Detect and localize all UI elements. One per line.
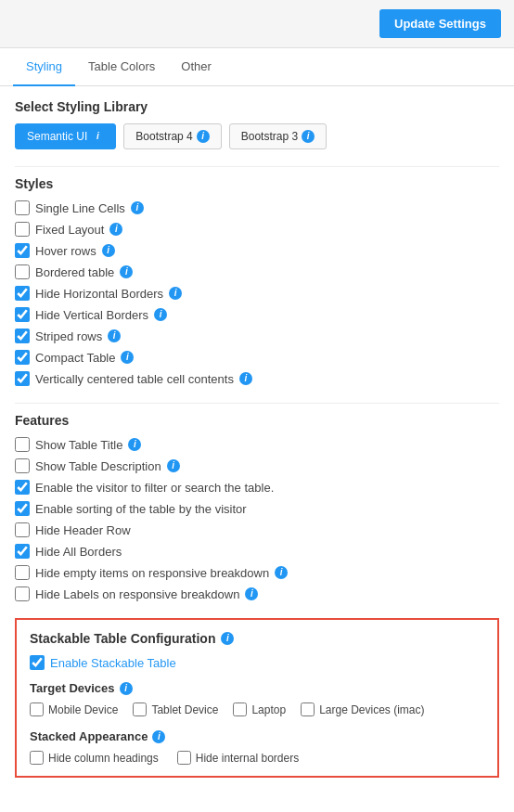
checkbox-hide-vertical-borders: Hide Vertical Borders i	[15, 307, 499, 322]
tabs-bar: Styling Table Colors Other	[0, 48, 514, 86]
single-line-cells-checkbox[interactable]	[15, 200, 30, 215]
semantic-ui-info-icon[interactable]: i	[91, 130, 104, 143]
bootstrap4-info-icon[interactable]: i	[197, 130, 210, 143]
hide-all-borders-checkbox[interactable]	[15, 544, 30, 559]
bootstrap3-info-icon[interactable]: i	[302, 130, 315, 143]
show-table-description-label: Show Table Description	[35, 459, 161, 473]
enable-stackable-checkbox[interactable]	[30, 655, 45, 670]
tablet-device-checkbox[interactable]	[133, 702, 147, 716]
hover-rows-label: Hover rows	[35, 244, 96, 258]
appearance-hide-column-headings: Hide column headings	[30, 751, 159, 765]
library-row: Semantic UI i Bootstrap 4 i Bootstrap 3 …	[15, 123, 499, 149]
checkbox-enable-sorting: Enable sorting of the table by the visit…	[15, 501, 499, 516]
show-table-description-info[interactable]: i	[167, 459, 180, 472]
tab-styling[interactable]: Styling	[13, 48, 75, 86]
lib-btn-semantic-ui[interactable]: Semantic UI i	[15, 123, 116, 149]
library-section-title: Select Styling Library	[15, 99, 499, 114]
device-row: Mobile Device Tablet Device Laptop Large…	[30, 702, 484, 716]
enable-filter-checkbox[interactable]	[15, 480, 30, 495]
vertically-centered-info[interactable]: i	[239, 372, 252, 385]
hide-column-headings-checkbox[interactable]	[30, 751, 44, 765]
bordered-table-info[interactable]: i	[120, 265, 133, 278]
hide-horizontal-borders-checkbox[interactable]	[15, 286, 30, 301]
compact-table-info[interactable]: i	[121, 351, 134, 364]
appearance-hide-internal-borders: Hide internal borders	[177, 751, 299, 765]
enable-stackable-row: Enable Stackable Table	[30, 655, 484, 670]
checkbox-hide-empty-items: Hide empty items on responsive breakdown…	[15, 565, 499, 580]
target-devices-title: Target Devices i	[30, 681, 484, 695]
hide-empty-items-info[interactable]: i	[275, 566, 288, 579]
device-large: Large Devices (imac)	[301, 702, 424, 716]
checkbox-show-table-title: Show Table Title i	[15, 437, 499, 452]
tab-other[interactable]: Other	[168, 48, 225, 86]
show-table-title-checkbox[interactable]	[15, 437, 30, 452]
stacked-appearance-info-icon[interactable]: i	[152, 730, 165, 743]
enable-sorting-checkbox[interactable]	[15, 501, 30, 516]
update-settings-button[interactable]: Update Settings	[379, 9, 501, 38]
features-section: Features Show Table Title i Show Table D…	[15, 413, 499, 601]
hide-labels-label: Hide Labels on responsive breakdown	[35, 587, 239, 601]
main-content: Select Styling Library Semantic UI i Boo…	[0, 86, 514, 791]
hide-header-row-label: Hide Header Row	[35, 523, 131, 537]
lib-btn-bootstrap4[interactable]: Bootstrap 4 i	[123, 123, 221, 149]
single-line-cells-label: Single Line Cells	[35, 201, 125, 215]
checkbox-hide-header-row: Hide Header Row	[15, 522, 499, 537]
hide-header-row-checkbox[interactable]	[15, 522, 30, 537]
appearance-row: Hide column headings Hide internal borde…	[30, 751, 484, 765]
checkbox-single-line-cells: Single Line Cells i	[15, 200, 499, 215]
hide-internal-borders-checkbox[interactable]	[177, 751, 191, 765]
hide-column-headings-label: Hide column headings	[48, 752, 159, 765]
fixed-layout-label: Fixed Layout	[35, 223, 104, 237]
top-bar: Update Settings	[0, 0, 514, 48]
hover-rows-info[interactable]: i	[102, 244, 115, 257]
hide-horizontal-borders-label: Hide Horizontal Borders	[35, 287, 163, 301]
enable-filter-label: Enable the visitor to filter or search t…	[35, 481, 274, 495]
tablet-device-label: Tablet Device	[151, 703, 218, 716]
checkbox-enable-filter: Enable the visitor to filter or search t…	[15, 480, 499, 495]
stackable-info-icon[interactable]: i	[221, 632, 234, 645]
checkbox-hide-horizontal-borders: Hide Horizontal Borders i	[15, 286, 499, 301]
large-devices-checkbox[interactable]	[301, 702, 315, 716]
styles-title: Styles	[15, 176, 499, 191]
striped-rows-label: Striped rows	[35, 329, 102, 343]
large-devices-label: Large Devices (imac)	[319, 703, 424, 716]
hide-empty-items-checkbox[interactable]	[15, 565, 30, 580]
tab-table-colors[interactable]: Table Colors	[75, 48, 168, 86]
fixed-layout-info[interactable]: i	[109, 223, 122, 236]
bordered-table-label: Bordered table	[35, 265, 114, 279]
fixed-layout-checkbox[interactable]	[15, 222, 30, 237]
hide-horizontal-borders-info[interactable]: i	[169, 287, 182, 300]
vertically-centered-checkbox[interactable]	[15, 371, 30, 386]
checkbox-hide-labels: Hide Labels on responsive breakdown i	[15, 586, 499, 601]
checkbox-fixed-layout: Fixed Layout i	[15, 222, 499, 237]
device-laptop: Laptop	[233, 702, 286, 716]
hide-all-borders-label: Hide All Borders	[35, 545, 122, 559]
bordered-table-checkbox[interactable]	[15, 264, 30, 279]
enable-stackable-label: Enable Stackable Table	[50, 656, 176, 670]
lib-btn-bootstrap3[interactable]: Bootstrap 3 i	[229, 123, 327, 149]
stackable-section: Stackable Table Configuration i Enable S…	[15, 618, 499, 778]
vertically-centered-label: Vertically centered table cell contents	[35, 372, 234, 386]
stacked-appearance-title: Stacked Appearance i	[30, 729, 484, 743]
hide-labels-checkbox[interactable]	[15, 586, 30, 601]
laptop-checkbox[interactable]	[233, 702, 247, 716]
show-table-title-info[interactable]: i	[128, 438, 141, 451]
target-devices-info-icon[interactable]: i	[120, 682, 133, 695]
striped-rows-checkbox[interactable]	[15, 329, 30, 343]
hide-vertical-borders-info[interactable]: i	[154, 308, 167, 321]
striped-rows-info[interactable]: i	[108, 329, 121, 342]
single-line-cells-info[interactable]: i	[131, 201, 144, 214]
hide-internal-borders-label: Hide internal borders	[196, 752, 299, 765]
mobile-device-checkbox[interactable]	[30, 702, 44, 716]
checkbox-show-table-description: Show Table Description i	[15, 458, 499, 473]
hide-vertical-borders-checkbox[interactable]	[15, 307, 30, 322]
checkbox-hide-all-borders: Hide All Borders	[15, 544, 499, 559]
compact-table-checkbox[interactable]	[15, 350, 30, 365]
stackable-section-title: Stackable Table Configuration i	[30, 631, 484, 646]
compact-table-label: Compact Table	[35, 351, 115, 365]
show-table-description-checkbox[interactable]	[15, 458, 30, 473]
checkbox-bordered-table: Bordered table i	[15, 264, 499, 279]
hide-labels-info[interactable]: i	[245, 587, 258, 600]
enable-sorting-label: Enable sorting of the table by the visit…	[35, 502, 247, 516]
hover-rows-checkbox[interactable]	[15, 243, 30, 258]
